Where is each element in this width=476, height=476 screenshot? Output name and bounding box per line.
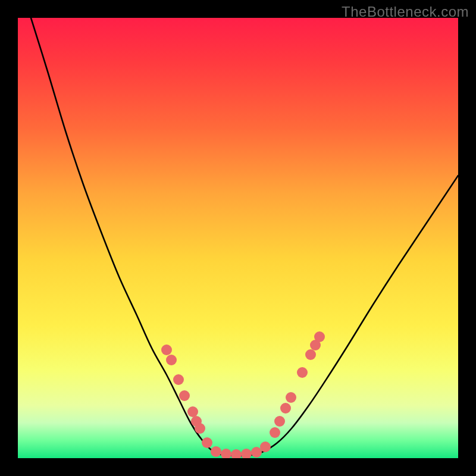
data-point [280,403,291,414]
data-point [270,427,280,438]
bottleneck-curve [31,18,458,456]
watermark-text: TheBottleneck.com [342,4,469,20]
data-point [274,416,285,427]
outer-frame: TheBottleneck.com [0,0,476,476]
data-point [202,437,212,448]
data-point [211,446,221,457]
plot-area [18,18,458,458]
marker-group [161,331,325,458]
data-point [187,406,198,417]
chart-svg [18,18,458,458]
data-point [286,392,296,403]
data-point [166,355,177,365]
data-point [161,345,172,355]
data-point [173,374,184,385]
data-point [195,423,205,434]
data-point [251,447,262,458]
data-point [221,449,231,458]
data-point [297,367,308,378]
data-point [179,390,190,401]
data-point [260,441,271,452]
data-point [305,349,316,360]
data-point [231,449,242,458]
data-point [241,449,252,458]
data-point [314,331,325,342]
curve-group [31,18,458,456]
